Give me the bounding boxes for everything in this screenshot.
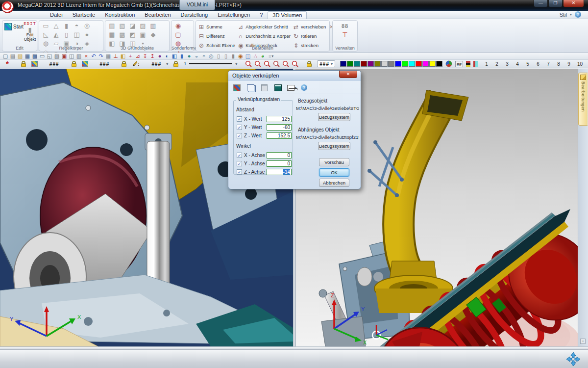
manage-pairs-icon[interactable]: 88 bbox=[342, 23, 348, 29]
cyl-gray3-icon[interactable]: ▮ bbox=[230, 53, 237, 59]
open-doc-icon[interactable]: ▤ bbox=[9, 53, 16, 59]
document-tab[interactable]: VOLM.ini bbox=[179, 0, 215, 10]
page-setup-icon[interactable]: ▧ bbox=[53, 53, 60, 59]
dialog-close-button[interactable]: ✕ bbox=[339, 71, 357, 78]
view-number[interactable]: 10 bbox=[577, 61, 581, 67]
value-input[interactable]: -14 bbox=[267, 169, 292, 175]
toolbar-overflow-caret-icon[interactable]: ▾ bbox=[271, 54, 273, 58]
view-number[interactable]: 5 bbox=[526, 61, 530, 67]
redo-icon[interactable]: ↷ bbox=[98, 53, 104, 59]
printer-icon[interactable]: ▭ bbox=[39, 53, 46, 59]
linewidth-preview[interactable] bbox=[189, 63, 232, 64]
vorschau-button[interactable]: Vorschau bbox=[319, 158, 349, 166]
stil-menu[interactable]: Stil bbox=[560, 12, 567, 18]
primitive-icon[interactable]: ◭ bbox=[51, 30, 61, 39]
calculator-icon[interactable] bbox=[274, 84, 282, 91]
primitive-icon[interactable]: ▮ bbox=[61, 22, 72, 30]
zoom-window-icon[interactable] bbox=[254, 60, 261, 67]
checkbox[interactable] bbox=[237, 133, 242, 138]
value-input[interactable]: 152.5 bbox=[267, 132, 292, 139]
bezugssystem-button-2[interactable]: Bezugssystem bbox=[318, 142, 350, 150]
lock-icon[interactable] bbox=[121, 61, 127, 67]
solid-icon[interactable]: ◩ bbox=[127, 30, 138, 39]
megacad-logo-icon[interactable] bbox=[1, 1, 14, 13]
primitive-icon[interactable]: ▯ bbox=[61, 30, 72, 39]
linestyle-stack-icon[interactable] bbox=[466, 61, 470, 67]
move-icon[interactable]: + bbox=[127, 53, 134, 59]
linewidth-caret-icon[interactable]: ▾ bbox=[235, 62, 237, 66]
zoom-all-icon[interactable] bbox=[292, 60, 298, 67]
special-form-icon[interactable]: ▢ bbox=[173, 30, 183, 39]
view-number[interactable]: 9 bbox=[567, 61, 571, 67]
solid-icon[interactable]: ◪ bbox=[127, 22, 138, 30]
checkbox[interactable] bbox=[237, 169, 242, 175]
ribbon-button[interactable]: ⇄verschieben bbox=[293, 22, 326, 31]
menu-item[interactable]: Bearbeiten bbox=[140, 11, 175, 19]
cyl-gray-icon[interactable]: ▯ bbox=[215, 53, 222, 59]
cylinder-blue-icon[interactable]: ▮ bbox=[178, 53, 185, 59]
group-value[interactable]: ### bbox=[100, 61, 110, 67]
zoom-minus-icon[interactable] bbox=[282, 60, 289, 67]
menu-item[interactable]: Konstruktion bbox=[100, 11, 140, 19]
disk-teal-icon[interactable]: ● bbox=[186, 53, 193, 59]
lock-icon[interactable] bbox=[21, 61, 26, 67]
group-icon[interactable] bbox=[82, 61, 88, 67]
linewidth-value[interactable]: 1 bbox=[184, 61, 186, 66]
pan-navigation-icon[interactable] bbox=[565, 351, 581, 367]
cube-blue-icon[interactable]: ◧ bbox=[171, 53, 178, 59]
axis-red-icon[interactable]: ⊿ bbox=[134, 53, 141, 59]
scroll-corner[interactable]: ▪ bbox=[580, 339, 586, 344]
lock-icon[interactable] bbox=[173, 61, 179, 67]
value-input[interactable]: 0 bbox=[267, 152, 292, 158]
folder-icon[interactable]: ▨ bbox=[17, 53, 24, 59]
swatch-silver[interactable] bbox=[381, 61, 388, 67]
swatch-teal[interactable] bbox=[354, 61, 360, 67]
solid-icon[interactable]: ▩ bbox=[117, 30, 127, 39]
doc-pair-icon[interactable]: ◫ bbox=[68, 53, 75, 59]
torus-icon[interactable]: ◎ bbox=[208, 53, 215, 59]
swatch-olive[interactable] bbox=[374, 61, 381, 67]
primitive-icon[interactable]: ▭ bbox=[41, 22, 51, 30]
solid-icon[interactable]: ▣ bbox=[138, 30, 148, 39]
view-number[interactable]: 3 bbox=[505, 61, 509, 67]
drop-icon[interactable]: ↧ bbox=[142, 53, 148, 59]
swatch-cyan[interactable] bbox=[409, 61, 415, 67]
toolbar-overflow-icon[interactable]: ≡ bbox=[269, 54, 271, 59]
special-form-icon[interactable]: ◉ bbox=[173, 22, 183, 30]
stil-caret-icon[interactable]: ▾ bbox=[570, 12, 572, 17]
zoom-out-icon[interactable] bbox=[245, 60, 252, 67]
view-number[interactable]: 6 bbox=[536, 61, 540, 67]
solid-icon[interactable]: ▤ bbox=[107, 22, 117, 30]
swatch-blue[interactable] bbox=[395, 61, 401, 67]
checkbox[interactable] bbox=[237, 116, 242, 122]
zoom-in-icon[interactable] bbox=[273, 60, 280, 67]
zoom-prev-icon[interactable] bbox=[264, 60, 270, 67]
lock-icon[interactable] bbox=[306, 61, 312, 67]
linestyle-bars-icon[interactable] bbox=[473, 61, 478, 67]
cube-yellow-icon[interactable]: ◧ bbox=[120, 53, 126, 59]
ball-orange-icon[interactable]: ◉ bbox=[237, 53, 244, 59]
edit-objekt-button[interactable]: EDIT ▮ Edit Objekt bbox=[22, 22, 38, 42]
raise-icon[interactable]: ↥ bbox=[149, 53, 156, 59]
swatch-black[interactable] bbox=[436, 61, 442, 67]
swatch-darkred[interactable] bbox=[361, 61, 367, 67]
checkbox[interactable] bbox=[237, 125, 242, 130]
print-preview-icon[interactable]: ◱ bbox=[46, 53, 53, 59]
color-wheel-icon[interactable] bbox=[445, 60, 452, 67]
color-wheel-icon[interactable]: ◕ bbox=[259, 53, 266, 59]
delete-pen-icon[interactable]: × bbox=[83, 53, 90, 59]
measure-dropdown[interactable]: ▾ bbox=[287, 83, 296, 92]
ribbon-button[interactable]: ⊟Differenz bbox=[198, 31, 235, 41]
swatch-purple[interactable] bbox=[368, 61, 374, 67]
solid-icon[interactable]: ▦ bbox=[107, 30, 117, 39]
swatch-red[interactable] bbox=[416, 61, 422, 67]
swatch-yellow[interactable] bbox=[429, 61, 436, 67]
minimize-button[interactable]: — bbox=[534, 0, 548, 7]
swatch-magenta[interactable] bbox=[422, 61, 429, 67]
ok-button[interactable]: OK bbox=[319, 168, 349, 177]
cyl-gray2-icon[interactable]: ▯ bbox=[222, 53, 229, 59]
plate2-icon[interactable]: ◓ bbox=[200, 53, 207, 59]
swatch-gray[interactable] bbox=[388, 61, 394, 67]
layer-icon[interactable] bbox=[31, 61, 38, 67]
view-number[interactable]: 8 bbox=[557, 61, 561, 67]
